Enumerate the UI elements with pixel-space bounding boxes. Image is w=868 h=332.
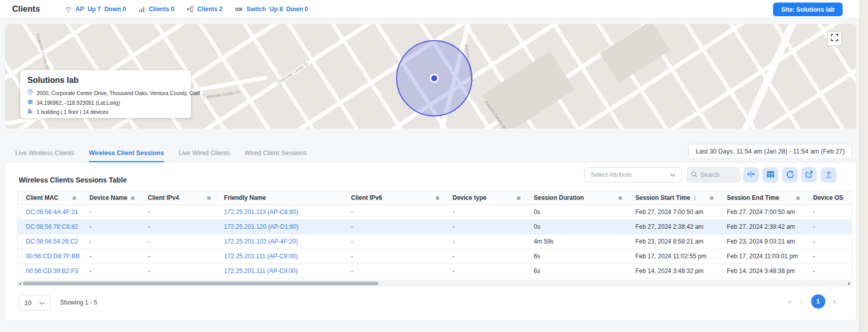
fullscreen-icon [831,34,838,43]
site-name: Solutions lab [27,76,184,85]
page-size-select[interactable]: 10 [19,295,50,311]
page-title: Clients [12,5,40,14]
column-menu-icon[interactable]: ≡ [207,195,211,201]
site-selector-button[interactable]: Site: Solutions lab [773,3,843,16]
street-label: Corporate Center Dr [35,33,50,70]
horizontal-scrollbar[interactable] [17,281,852,286]
cell-device-type: - [444,205,526,220]
site-inventory: 1 building | 1 floor | 14 devices [37,109,108,115]
client-mac-link[interactable]: 00:56:CD:D8:7F:BB [26,253,80,260]
switch-label[interactable]: Switch [246,6,266,13]
wireless-clients-count[interactable]: Clients 0 [149,6,174,13]
site-location-marker[interactable] [430,74,439,83]
column-menu-icon[interactable]: ≡ [710,195,714,201]
refresh-icon [786,170,794,180]
col-session-start-time[interactable]: Session Start Time↓≡ [627,191,719,205]
cell-session-end: Feb 23, 2024 9:03:21 am [719,234,805,249]
current-page-button[interactable]: 1 [811,294,825,309]
col-device-name[interactable]: Device Name≡ [81,191,140,205]
client-mac-link[interactable]: DC:08:56:78:C8:82 [26,223,78,230]
column-menu-icon[interactable]: ≡ [72,195,76,201]
column-menu-icon[interactable]: ≡ [796,195,800,201]
switch-up-count[interactable]: Up 8 [270,6,283,13]
cell-device-name: - [81,234,140,249]
tab-wired-client-sessions[interactable]: Wired Client Sessions [245,149,307,162]
client-mac-link[interactable]: 00:56:CD:39:B2:F3 [26,267,78,275]
site-coverage-circle[interactable] [396,40,472,116]
cell-session-end: Feb 14, 2024 3:48:38 pm [719,264,805,279]
upload-button[interactable] [821,167,837,183]
client-mac-link[interactable]: DC:08:56:4A:4F:21 [26,208,78,216]
table-row[interactable]: 00:56:CD:39:B2:F3 - - 172.25.201.111 (AP… [18,264,852,279]
col-device-os[interactable]: Device OS [805,191,852,205]
col-client-ipv4[interactable]: Client IPv4≡ [140,191,216,205]
col-session-end-time[interactable]: Session End Time≡ [719,191,805,205]
cell-device-os: - [805,234,852,249]
cell-device-type: - [444,249,526,264]
tab-live-wired-clients[interactable]: Live Wired Clients [179,149,230,162]
topology-icon [186,6,194,13]
cell-client-ipv6: - [343,264,444,279]
table-row[interactable]: 00:56:CD:D8:7F:BB - - 172.25.201.111 (AP… [18,249,852,264]
tab-live-wireless-clients[interactable]: Live Wireless Clients [15,149,74,162]
cell-session-end: Feb 27, 2024 7:00:50 am [719,205,805,220]
switch-down-count[interactable]: Down 0 [286,6,308,13]
ap-down-count[interactable]: Down 0 [104,6,126,13]
pagination: « ‹ 1 › [787,294,836,309]
scroll-left-arrow[interactable] [19,282,21,285]
sort-desc-icon[interactable]: ↓ [693,194,696,201]
cell-device-type: - [444,234,526,249]
cell-device-name: - [81,220,140,234]
cell-client-ipv6: - [343,234,444,249]
sessions-table: Client MAC≡ Device Name≡ Client IPv4≡ Fr… [17,191,852,279]
horizontal-scrollbar-thumb[interactable] [23,282,378,285]
table-row[interactable]: DC:08:56:4A:4F:21 - - 172.25.201.113 (AP… [18,205,852,220]
friendly-name-link[interactable]: 172.25.201.111 (AP-C9:00) [224,253,298,260]
top-bar: Clients AP Up 7 Down 0 Clients 0 Clients… [0,0,859,19]
site-inventory-row: 1 building | 1 floor | 14 devices [27,108,184,115]
first-page-button[interactable]: « [787,297,792,306]
wired-clients-count[interactable]: Clients 2 [197,6,222,13]
table-row[interactable]: DC:08:56:54:26:C2 - - 172.25.201.102 (AP… [18,234,852,249]
chevron-down-icon [39,299,45,307]
cell-session-duration: 0s [526,205,627,220]
client-mac-link[interactable]: DC:08:56:54:26:C2 [26,238,78,245]
table-title: Wireless Clients Sessions Table [19,176,127,184]
column-menu-icon[interactable]: ≡ [618,195,622,201]
external-link-icon [805,170,813,180]
col-session-duration[interactable]: Session Duration≡ [526,191,627,205]
next-page-button[interactable]: › [833,297,836,306]
col-client-ipv6[interactable]: Client IPv6≡ [343,191,444,205]
friendly-name-link[interactable]: 172.25.201.102 (AP-4F:20) [224,238,298,245]
tab-wireless-client-sessions[interactable]: Wireless Client Sessions [89,149,164,162]
columns-button[interactable] [762,167,778,183]
search-input[interactable] [700,171,732,178]
site-map[interactable]: Corporate Center Dr Corporate Center Dr … [5,24,856,129]
building-icon [27,108,33,115]
prev-page-button[interactable]: ‹ [800,297,802,306]
date-range-selector[interactable]: Last 30 Days: 11:54 am (Jan 28) - 11:54 … [688,144,852,159]
vertical-scrollbar[interactable] [859,0,868,332]
refresh-button[interactable] [782,167,798,183]
column-menu-icon[interactable]: ≡ [517,195,521,201]
col-device-type[interactable]: Device type≡ [444,191,526,205]
friendly-name-link[interactable]: 172.25.201.111 (AP-C9:00) [224,267,298,275]
map-fullscreen-button[interactable] [827,32,842,46]
select-attribute-dropdown[interactable]: Select Attribute [584,167,682,183]
cell-client-ipv4: - [140,264,216,279]
friendly-name-link[interactable]: 172.25.201.120 (AP-D1:80) [224,223,299,230]
ap-label[interactable]: AP [76,6,84,13]
column-menu-icon[interactable]: ≡ [131,195,135,201]
scroll-right-arrow[interactable] [848,282,850,285]
sessions-table-card: Wireless Clients Sessions Table Select A… [5,163,856,320]
table-row[interactable]: DC:08:56:78:C8:82 - - 172.25.201.120 (AP… [18,220,852,234]
column-menu-icon[interactable]: ≡ [435,195,439,201]
fit-columns-button[interactable] [743,167,759,183]
cell-session-duration: 4m 59s [526,234,627,249]
friendly-name-link[interactable]: 172.25.201.113 (AP-C8:80) [224,208,298,216]
table-search[interactable] [687,167,740,183]
col-client-mac[interactable]: Client MAC≡ [18,191,81,205]
col-friendly-name[interactable]: Friendly Name [216,191,343,205]
ap-up-count[interactable]: Up 7 [87,6,101,13]
export-button[interactable] [801,167,817,183]
